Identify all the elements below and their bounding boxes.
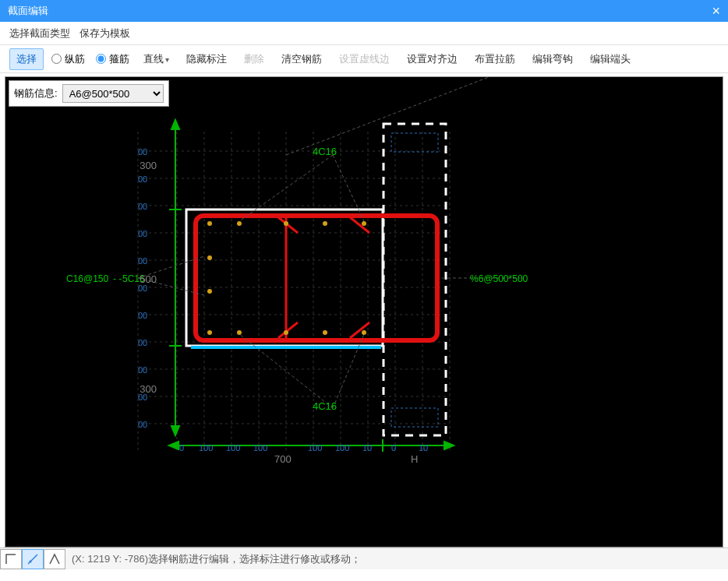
clear-rebar-button[interactable]: 清空钢筋 bbox=[275, 49, 328, 69]
svg-text:00: 00 bbox=[138, 311, 147, 320]
svg-text:10: 10 bbox=[419, 443, 428, 452]
dim-300-top[interactable]: 300 bbox=[140, 160, 157, 171]
svg-text:00: 00 bbox=[138, 338, 147, 347]
right-stirrup-label[interactable]: %6@500*500 bbox=[470, 273, 528, 284]
rebar-info-panel: 钢筋信息: A6@500*500 bbox=[9, 80, 169, 107]
canvas-svg: 4C16 4C16 C16@150 - - 5C16 %6@500*500 30… bbox=[5, 77, 723, 547]
svg-text:10: 10 bbox=[362, 443, 372, 452]
line-button[interactable]: 直线 bbox=[137, 49, 175, 69]
svg-text:100: 100 bbox=[308, 443, 322, 452]
statusbar: (X: 1219 Y: -786) 选择钢筋进行编辑，选择标注进行修改或移动； bbox=[0, 548, 728, 569]
svg-line-80 bbox=[28, 555, 37, 564]
svg-text:0: 0 bbox=[391, 443, 396, 452]
longitudinal-radio-input[interactable] bbox=[51, 54, 62, 64]
hide-label-button[interactable]: 隐藏标注 bbox=[180, 49, 233, 69]
svg-text:00: 00 bbox=[138, 229, 147, 238]
svg-text:100: 100 bbox=[335, 443, 349, 452]
menubar: 选择截面类型 保存为模板 bbox=[0, 22, 728, 45]
svg-text:00: 00 bbox=[138, 420, 147, 429]
svg-text:00: 00 bbox=[138, 365, 147, 375]
svg-point-34 bbox=[362, 221, 366, 226]
svg-point-35 bbox=[207, 330, 212, 335]
longitudinal-label: 纵筋 bbox=[65, 52, 85, 66]
svg-text:00: 00 bbox=[138, 283, 147, 293]
svg-line-53 bbox=[333, 155, 364, 221]
svg-line-27 bbox=[350, 217, 369, 233]
svg-point-41 bbox=[207, 289, 212, 294]
svg-text:- -: - - bbox=[113, 273, 122, 284]
dim-H[interactable]: H bbox=[411, 453, 418, 465]
svg-text:00: 00 bbox=[138, 256, 147, 266]
ortho-on-icon[interactable] bbox=[22, 549, 44, 569]
dim-700[interactable]: 700 bbox=[274, 453, 292, 465]
svg-marker-44 bbox=[171, 426, 179, 435]
svg-point-37 bbox=[284, 330, 288, 335]
svg-text:0: 0 bbox=[179, 443, 184, 452]
select-button[interactable]: 选择 bbox=[9, 48, 44, 70]
longitudinal-radio[interactable]: 纵筋 bbox=[48, 52, 88, 66]
svg-line-29 bbox=[350, 322, 369, 338]
save-as-template[interactable]: 保存为模板 bbox=[80, 26, 130, 40]
svg-marker-49 bbox=[444, 442, 454, 449]
stirrup-outer[interactable] bbox=[196, 216, 437, 340]
status-hint: 选择钢筋进行编辑，选择标注进行修改或移动； bbox=[148, 552, 361, 566]
rebar-info-label: 钢筋信息: bbox=[14, 86, 58, 100]
status-coords: (X: 1219 Y: -786) bbox=[72, 553, 148, 565]
drawing-canvas[interactable]: 钢筋信息: A6@500*500 bbox=[5, 76, 723, 548]
edit-end-button[interactable]: 编辑端头 bbox=[584, 49, 637, 69]
svg-text:100: 100 bbox=[199, 443, 213, 452]
stirrup-label: 箍筋 bbox=[109, 52, 129, 66]
choose-section-type[interactable]: 选择截面类型 bbox=[9, 26, 70, 40]
top-rebar-label[interactable]: 4C16 bbox=[313, 146, 337, 157]
svg-marker-48 bbox=[169, 442, 178, 449]
close-icon[interactable]: × bbox=[712, 3, 720, 19]
ortho-off-icon[interactable] bbox=[0, 549, 22, 569]
toolbar: 选择 纵筋 箍筋 直线 隐藏标注 删除 清空钢筋 设置虚线边 设置对齐边 布置拉… bbox=[0, 45, 728, 73]
stirrup-radio[interactable]: 箍筋 bbox=[93, 52, 133, 66]
svg-point-39 bbox=[362, 330, 366, 335]
edit-hook-button[interactable]: 编辑弯钩 bbox=[526, 49, 579, 69]
svg-text:00: 00 bbox=[138, 147, 147, 157]
svg-text:100: 100 bbox=[253, 443, 267, 452]
svg-rect-23 bbox=[391, 133, 438, 152]
svg-point-36 bbox=[237, 330, 242, 335]
svg-marker-43 bbox=[171, 120, 179, 129]
svg-line-51 bbox=[286, 77, 489, 155]
stirrup-radio-input[interactable] bbox=[96, 54, 106, 64]
svg-text:00: 00 bbox=[138, 393, 147, 402]
section-outline bbox=[186, 210, 383, 346]
svg-point-38 bbox=[323, 330, 327, 335]
svg-point-40 bbox=[207, 255, 212, 260]
delete-button[interactable]: 删除 bbox=[238, 49, 270, 69]
svg-text:00: 00 bbox=[138, 202, 147, 211]
set-align-button[interactable]: 设置对齐边 bbox=[401, 49, 464, 69]
svg-point-30 bbox=[207, 221, 212, 226]
arrange-tie-button[interactable]: 布置拉筋 bbox=[468, 49, 521, 69]
svg-line-28 bbox=[278, 322, 298, 338]
svg-point-81 bbox=[30, 560, 32, 562]
svg-line-26 bbox=[278, 217, 298, 233]
svg-point-31 bbox=[237, 221, 242, 226]
rebar-info-select[interactable]: A6@500*500 bbox=[62, 84, 164, 103]
snap-icon[interactable] bbox=[44, 549, 65, 569]
set-dashed-button[interactable]: 设置虚线边 bbox=[333, 49, 396, 69]
svg-point-32 bbox=[284, 221, 288, 226]
left-rebar-label[interactable]: C16@150 bbox=[66, 273, 109, 284]
svg-text:00: 00 bbox=[138, 174, 147, 184]
bottom-rebar-label[interactable]: 4C16 bbox=[313, 400, 337, 412]
svg-text:100: 100 bbox=[226, 443, 240, 452]
window-title: 截面编辑 bbox=[8, 4, 48, 18]
svg-point-33 bbox=[323, 221, 327, 226]
titlebar: 截面编辑 × bbox=[0, 0, 728, 22]
svg-rect-24 bbox=[391, 408, 438, 427]
